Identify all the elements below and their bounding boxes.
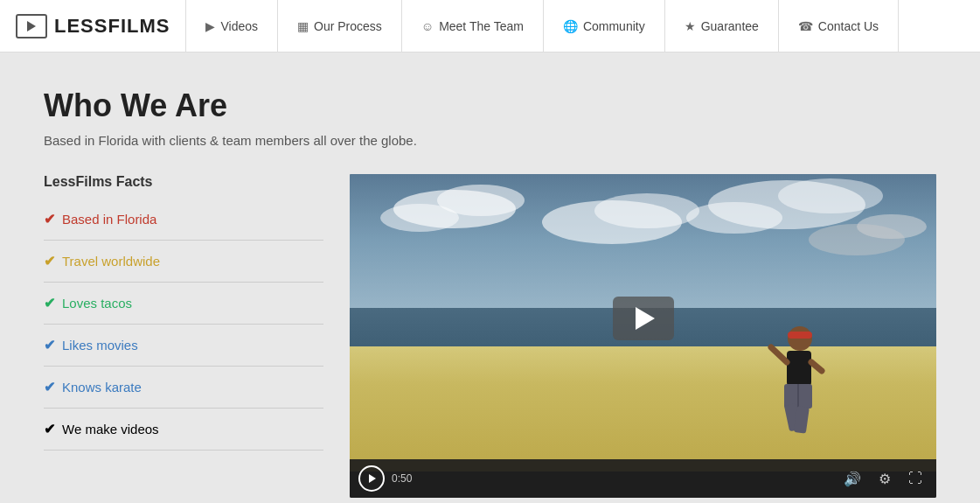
nav-item-meet-the-team[interactable]: ☺ Meet The Team: [402, 0, 544, 52]
svg-rect-11: [788, 332, 812, 339]
nav-item-contact-us[interactable]: ☎ Contact Us: [779, 0, 899, 52]
video-sand: [350, 346, 936, 472]
svg-line-18: [811, 362, 822, 371]
nav-label-meet-the-team: Meet The Team: [439, 19, 524, 33]
page-subtitle: Based in Florida with clients & team mem…: [44, 133, 936, 148]
fact-label-movies: Likes movies: [62, 338, 138, 353]
volume-icon[interactable]: 🔊: [838, 467, 866, 491]
nav-label-community: Community: [583, 19, 645, 33]
fact-check-movies: ✔: [44, 337, 55, 353]
ctrl-play-icon: [369, 474, 376, 483]
fact-item-karate: ✔ Knows karate: [44, 367, 323, 409]
fact-check-karate: ✔: [44, 379, 55, 395]
svg-rect-12: [787, 351, 811, 386]
navigation: LESSFILMS ▶ Videos ▦ Our Process ☺ Meet …: [0, 0, 980, 52]
fact-item-florida: ✔ Based in Florida: [44, 199, 323, 241]
nav-label-videos: Videos: [220, 19, 258, 33]
fact-label-videos: We make videos: [62, 422, 159, 437]
nav-item-guarantee[interactable]: ★ Guarantee: [665, 0, 779, 52]
person-figure: [752, 323, 831, 454]
svg-line-17: [771, 347, 787, 362]
nav-label-contact-us: Contact Us: [818, 19, 879, 33]
fact-item-videos: ✔ We make videos: [44, 409, 323, 451]
fact-label-travel[interactable]: Travel worldwide: [62, 254, 160, 269]
guarantee-icon: ★: [685, 19, 696, 33]
svg-point-7: [686, 202, 782, 234]
svg-point-9: [809, 224, 905, 255]
svg-point-2: [380, 204, 459, 232]
nav-item-videos[interactable]: ▶ Videos: [186, 0, 278, 52]
fullscreen-icon[interactable]: ⛶: [903, 467, 928, 490]
phone-icon: ☎: [798, 19, 813, 33]
page-title: Who We Are: [44, 87, 936, 124]
fact-item-tacos: ✔ Loves tacos: [44, 283, 323, 325]
video-play-button[interactable]: [358, 465, 385, 492]
fact-label-florida[interactable]: Based in Florida: [62, 212, 156, 227]
fact-item-travel: ✔ Travel worldwide: [44, 241, 323, 283]
fact-label-karate: Knows karate: [62, 380, 142, 395]
settings-icon[interactable]: ⚙: [873, 467, 896, 491]
video-timestamp: 0:50: [392, 472, 412, 485]
nav-label-guarantee: Guarantee: [701, 19, 759, 33]
process-icon: ▦: [297, 19, 309, 33]
main-content: Who We Are Based in Florida with clients…: [0, 52, 980, 503]
facts-title: LessFilms Facts: [44, 174, 323, 190]
facts-panel: LessFilms Facts ✔ Based in Florida ✔ Tra…: [44, 174, 323, 451]
fact-item-movies: ✔ Likes movies: [44, 325, 323, 367]
logo-icon: [16, 14, 47, 38]
svg-point-4: [594, 193, 699, 228]
video-player: 0:50 🔊 ⚙ ⛶: [350, 174, 936, 498]
nav-label-our-process: Our Process: [314, 19, 382, 33]
nav-item-community[interactable]: 🌐 Community: [544, 0, 665, 52]
fact-label-tacos: Loves tacos: [62, 296, 132, 311]
logo-text: LESSFILMS: [54, 15, 170, 38]
video-icon: ▶: [205, 19, 215, 33]
play-button[interactable]: [613, 297, 674, 340]
community-icon: 🌐: [563, 19, 578, 33]
nav-item-our-process[interactable]: ▦ Our Process: [278, 0, 402, 52]
fact-check-florida: ✔: [44, 211, 55, 227]
content-grid: LessFilms Facts ✔ Based in Florida ✔ Tra…: [44, 174, 936, 498]
svg-point-6: [778, 178, 883, 213]
video-controls-bar: 0:50 🔊 ⚙ ⛶: [350, 459, 936, 498]
team-icon: ☺: [421, 19, 434, 33]
fact-check-tacos: ✔: [44, 295, 55, 311]
fact-check-travel: ✔: [44, 253, 55, 269]
nav-items: ▶ Videos ▦ Our Process ☺ Meet The Team 🌐…: [186, 0, 980, 52]
fact-check-videos: ✔: [44, 421, 55, 437]
play-triangle-icon: [636, 307, 655, 330]
logo[interactable]: LESSFILMS: [0, 0, 186, 52]
